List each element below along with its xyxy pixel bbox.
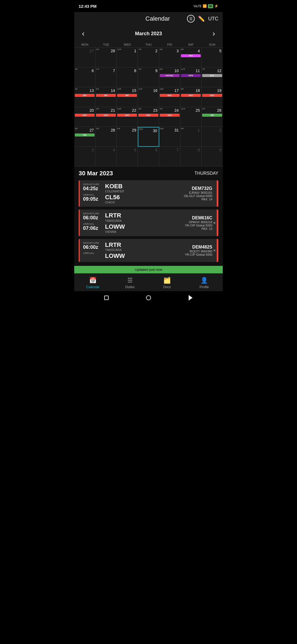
filter-icon[interactable]: ☰ (187, 15, 195, 23)
arrival-label: ARRIVAL (83, 193, 102, 196)
arrival-time: 07:06z (83, 225, 102, 231)
close-button[interactable]: ✕ (213, 248, 216, 253)
calendar-cell-9[interactable]: 1✈9 (138, 67, 159, 87)
calendar-cell-1[interactable]: 12✈1 (117, 48, 138, 67)
calendar-cell-3[interactable]: 3 (74, 147, 95, 167)
day-number: 2 (202, 127, 222, 133)
calendar-cell-4[interactable]: 4 (95, 147, 117, 167)
calendar-cell-31[interactable]: 10✈31 (159, 127, 180, 147)
signal-icon: 📶 (203, 4, 207, 8)
calendar-cell-17[interactable]: 10✈17VAC (159, 87, 180, 107)
nav-docs[interactable]: 🗂️ Docs (148, 276, 186, 290)
flight-count: 1✈ (138, 68, 141, 70)
departure-time: 06:00z (83, 215, 102, 221)
flight-count: 2✈ (202, 108, 205, 110)
day-number: 19 (202, 88, 222, 94)
event-bar-trv: TRV (181, 54, 201, 57)
calendar-cell-28[interactable]: 5✈28 (95, 127, 117, 147)
flight-count: 9✈ (160, 68, 163, 70)
day-number: 5 (117, 147, 137, 153)
calendar-cell-29[interactable]: 6✈29 (117, 127, 138, 147)
calendar-cell-21[interactable]: 5✈21VAC (95, 107, 117, 127)
flight-number: DEM482S (192, 245, 212, 250)
event-bar-vac: VAC (202, 94, 222, 97)
arrival-label: ARRIVAL (83, 252, 102, 255)
flight-card-content: DEPARTURE 06:00z ARRIVAL LRTR TIMISOARA … (80, 239, 218, 262)
calendar-cell-26[interactable]: 2✈26ON (202, 107, 223, 127)
calendar-cell-5[interactable]: 5 (202, 48, 223, 67)
flight-number: DEM732G (192, 186, 212, 191)
arrival-label: ARRIVAL (83, 223, 102, 225)
day-detail: 30 Mar 2023 THURSDAY DEPARTURE 04:25z AR… (74, 167, 223, 266)
nav-duties[interactable]: ☰ Duties (111, 276, 148, 290)
android-back-button[interactable] (188, 295, 194, 301)
calendar-cell-3[interactable]: 3✈3 (159, 48, 180, 67)
app-bar-icons: ☰ ✏️ UTC (187, 15, 218, 23)
calendar-cell-8[interactable]: 8 (117, 67, 138, 87)
event-bar-on: ON (202, 114, 222, 117)
calendar-cell-11[interactable]: 14✈11OFD (180, 67, 202, 87)
next-month-button[interactable]: › (210, 28, 217, 39)
calendar-cell-4[interactable]: 9✈4TRV (180, 48, 202, 67)
calendar-cell-6[interactable]: 6 (138, 147, 159, 167)
calendar: ‹ March 2023 › MON TUE WED THU FRI SAT S… (74, 25, 223, 167)
calendar-cell-30[interactable]: 25✈30 (138, 127, 159, 147)
weekday-thu: THU (138, 42, 159, 47)
prev-month-button[interactable]: ‹ (80, 28, 87, 39)
android-square-button[interactable] (103, 295, 109, 301)
flight-card-2[interactable]: DEPARTURE 06:00z ARRIVAL 07:06z LRTR TIM… (79, 209, 218, 236)
flight-info: DEM732G EJRAX/ 3655191 OE-GLF Global 600… (184, 183, 215, 204)
flight-card-3[interactable]: DEPARTURE 06:00z ARRIVAL LRTR TIMISOARA … (79, 239, 218, 262)
flight-card-1[interactable]: DEPARTURE 04:25z ARRIVAL 09:05z KOEB COL… (79, 180, 218, 207)
to-code: CL56 (105, 194, 181, 201)
day-number: 20 (75, 108, 95, 113)
calendar-cell-9[interactable]: 9 (202, 147, 223, 167)
nav-calendar[interactable]: 📅 Calendar (74, 276, 111, 290)
update-bar: Updated just now (74, 266, 223, 273)
calendar-cell-27[interactable]: 27 (74, 48, 95, 67)
calendar-cell-2[interactable]: 7✈2 (138, 48, 159, 67)
calendar-cell-24[interactable]: 4✈24VAC (159, 107, 180, 127)
calendar-cell-2[interactable]: 2 (202, 127, 223, 147)
close-button[interactable]: ✕ (213, 221, 216, 225)
calendar-cell-25[interactable]: 13✈25 (180, 107, 202, 127)
docs-nav-icon: 🗂️ (163, 277, 171, 284)
edit-icon[interactable]: ✏️ (198, 15, 205, 22)
flight-sub1: OPAVV/ 3656218 (189, 220, 212, 224)
from-city: TIMISOARA (105, 248, 182, 252)
calendar-cell-14[interactable]: 8✈14SIC (95, 87, 117, 107)
android-home-button[interactable] (145, 295, 152, 301)
calendar-cell-10[interactable]: 9✈10HOTAC (159, 67, 180, 87)
flight-info: DEM616C OPAVV/ 3656218 YR-CIP Global 500… (185, 212, 215, 233)
flight-card-content: DEPARTURE 06:00z ARRIVAL 07:06z LRTR TIM… (80, 209, 218, 236)
calendar-cell-20[interactable]: 20VAC (74, 107, 95, 127)
calendar-cell-23[interactable]: 8✈23VAC (138, 107, 159, 127)
event-bar-sic: SIC (96, 94, 116, 97)
calendar-cell-13[interactable]: 1✈13SIC (74, 87, 95, 107)
calendar-cell-22[interactable]: 10✈22VAC (117, 107, 138, 127)
departure-label: DEPARTURE (83, 212, 102, 215)
nav-profile[interactable]: 👤 Profile (186, 276, 223, 290)
flight-count: 10✈ (160, 88, 164, 90)
flight-count: 5✈ (96, 127, 99, 130)
app-bar: Calendar ☰ ✏️ UTC (74, 12, 223, 25)
departure-time: 04:25z (83, 186, 102, 192)
calendar-cell-18[interactable]: 9✈18VAC (180, 87, 202, 107)
to-code: LOWW (105, 253, 182, 259)
calendar-cell-19[interactable]: 19VAC (202, 87, 223, 107)
flight-card-content: DEPARTURE 04:25z ARRIVAL 09:05z KOEB COL… (80, 180, 218, 207)
calendar-cell-6[interactable]: 1✈6 (74, 67, 95, 87)
duties-nav-icon: ☰ (127, 277, 133, 284)
calendar-cell-12[interactable]: 7✈12EXT (202, 67, 223, 87)
calendar-cell-7[interactable]: 1✈7 (95, 67, 117, 87)
flight-count: 3✈ (160, 48, 163, 51)
calendar-cell-16[interactable]: 11✈16 (138, 87, 159, 107)
calendar-cell-28[interactable]: 4✈28 (95, 48, 117, 67)
calendar-cell-27[interactable]: 3✈27ON (74, 127, 95, 147)
weekday-sun: SUN (202, 42, 223, 47)
calendar-cell-7[interactable]: 7 (159, 147, 180, 167)
calendar-cell-5[interactable]: 5 (117, 147, 138, 167)
calendar-cell-1[interactable]: 5✈1 (180, 127, 202, 147)
calendar-cell-15[interactable]: 10✈15SIC (117, 87, 138, 107)
calendar-cell-8[interactable]: 8 (180, 147, 202, 167)
